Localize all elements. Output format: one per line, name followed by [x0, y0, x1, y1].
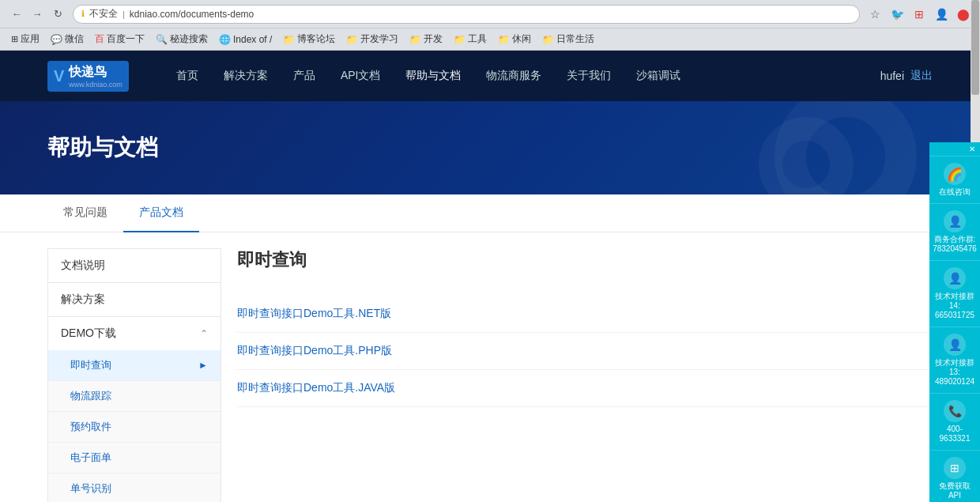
chevron-up-icon: ⌃	[200, 328, 208, 339]
nav-about[interactable]: 关于我们	[567, 62, 611, 89]
nav-product[interactable]: 产品	[293, 62, 315, 89]
leisure-label: 休闲	[512, 32, 531, 46]
tab-faq[interactable]: 常见问题	[47, 194, 123, 232]
sidebar-sub-instant-query[interactable]: 即时查询 ►	[48, 350, 220, 381]
midu-icon: 🔍	[156, 34, 168, 45]
logo-sub: www.kdniao.com	[69, 81, 122, 89]
widget-tech-group2[interactable]: 👤 技术对接群13:489020124	[929, 327, 980, 394]
leisure-icon: 📁	[498, 34, 510, 45]
float-widget: ✕ 🌈 在线咨询 👤 商务合作群:7832045476 👤 技术对接群14:66…	[929, 142, 980, 502]
sidebar-sub-pickup[interactable]: 预约取件	[48, 412, 220, 443]
widget-business-group[interactable]: 👤 商务合作群:7832045476	[929, 204, 980, 261]
refresh-button[interactable]: ↻	[49, 6, 66, 23]
nav-sandbox[interactable]: 沙箱调试	[636, 62, 680, 89]
nav-shop[interactable]: 物流商服务	[486, 62, 541, 89]
logo-text: 快递鸟 www.kdniao.com	[69, 64, 122, 89]
dev-icon: 📁	[409, 34, 421, 45]
sidebar-sub-waybill-id[interactable]: 单号识别	[48, 474, 220, 502]
tab-docs[interactable]: 产品文档	[123, 194, 199, 232]
address-bar[interactable]: ℹ 不安全 | kdniao.com/documents-demo	[73, 5, 860, 24]
tech-group1-label: 技术对接群14:665031725	[933, 292, 977, 320]
sidebar-sub-logistics-track[interactable]: 物流跟踪	[48, 381, 220, 412]
bookmark-dev[interactable]: 📁 开发	[405, 31, 447, 47]
content-link-net: 即时查询接口Demo工具.NET版	[237, 296, 933, 333]
boke-label: 博客论坛	[297, 32, 335, 46]
logo-v-icon: V	[54, 67, 64, 85]
index-label: Index of /	[233, 34, 272, 45]
forward-button[interactable]: →	[28, 6, 46, 23]
sidebar-sub-items: 即时查询 ► 物流跟踪 预约取件 电子面单 单号识别	[48, 350, 220, 502]
account-button[interactable]: 👤	[933, 6, 950, 23]
content-title: 即时查询	[237, 248, 933, 280]
online-consult-label: 在线咨询	[939, 187, 971, 197]
ext3-button[interactable]: ⬤	[955, 6, 972, 23]
nav-home[interactable]: 首页	[176, 62, 198, 89]
nav-solution[interactable]: 解决方案	[224, 62, 268, 89]
sidebar-sub-ewaybill[interactable]: 电子面单	[48, 443, 220, 474]
index-icon: 🌐	[219, 34, 231, 45]
midu-label: 秘迹搜索	[170, 32, 208, 46]
bookmark-kaifa[interactable]: 📁 开发学习	[341, 31, 403, 47]
sidebar-item-solution[interactable]: 解决方案	[48, 283, 220, 317]
bookmark-index[interactable]: 🌐 Index of /	[214, 32, 277, 47]
bookmark-midu[interactable]: 🔍 秘迹搜索	[151, 31, 213, 47]
nav-api[interactable]: API文档	[341, 62, 381, 89]
site-header: V 快递鸟 www.kdniao.com 首页 解决方案 产品 API文档 帮助…	[0, 51, 980, 101]
nav-help[interactable]: 帮助与文档	[405, 62, 461, 89]
close-icon: ✕	[969, 145, 975, 153]
weixin-icon: 💬	[51, 34, 62, 45]
widget-close-button[interactable]: ✕	[929, 142, 980, 157]
address-text: kdniao.com/documents-demo	[130, 9, 254, 20]
sub-arrow-icon: ►	[198, 360, 208, 371]
security-icon: ℹ	[81, 9, 85, 19]
net-demo-link[interactable]: 即时查询接口Demo工具.NET版	[237, 307, 391, 321]
browser-actions: ☆ 🐦 ⊞ 👤 ⬤	[866, 6, 972, 23]
widget-phone[interactable]: 📞 400-9633321	[929, 394, 980, 451]
scrollbar-thumb[interactable]	[971, 0, 979, 95]
widget-tech-group1[interactable]: 👤 技术对接群14:665031725	[929, 261, 980, 327]
content-area: 即时查询 即时查询接口Demo工具.NET版 即时查询接口Demo工具.PHP版…	[237, 248, 933, 502]
baidu-label: 百度一下	[107, 32, 145, 46]
phone-icon: 📞	[944, 400, 966, 422]
pickup-label: 预约取件	[70, 420, 111, 434]
security-label: 不安全	[89, 7, 118, 21]
content-link-java: 即时查询接口Demo工具.JAVA版	[237, 370, 933, 407]
bookmark-tools[interactable]: 📁 工具	[449, 31, 492, 47]
phone-label: 400-9633321	[933, 425, 977, 443]
bookmark-daily[interactable]: 📁 日常生活	[537, 31, 599, 47]
sidebar-item-docs-desc[interactable]: 文档说明	[48, 249, 220, 283]
bookmark-apps[interactable]: ⊞ 应用	[6, 31, 44, 47]
tools-label: 工具	[468, 32, 487, 46]
ext1-button[interactable]: 🐦	[888, 6, 906, 23]
page-wrapper: V 快递鸟 www.kdniao.com 首页 解决方案 产品 API文档 帮助…	[0, 51, 980, 502]
boke-icon: 📁	[283, 34, 295, 45]
content-link-php: 即时查询接口Demo工具.PHP版	[237, 333, 933, 370]
instant-query-label: 即时查询	[70, 358, 111, 372]
baidu-icon: 百	[95, 32, 104, 46]
bookmark-baidu[interactable]: 百 百度一下	[90, 31, 149, 47]
logo-box: V 快递鸟 www.kdniao.com	[47, 61, 129, 92]
tech-group2-label: 技术对接群13:489020124	[933, 358, 977, 387]
sidebar-docs-desc-label: 文档说明	[61, 259, 105, 273]
sidebar: 文档说明 解决方案 DEMO下载 ⌃ 即时查询 ►	[47, 248, 221, 502]
browser-nav-buttons: ← → ↻	[8, 6, 66, 23]
bookmark-boke[interactable]: 📁 博客论坛	[278, 31, 340, 47]
tech-group1-icon: 👤	[944, 267, 966, 289]
business-group-label: 商务合作群:7832045476	[933, 235, 977, 254]
sidebar-demo-header[interactable]: DEMO下载 ⌃	[48, 317, 220, 350]
bookmark-weixin[interactable]: 💬 微信	[46, 31, 89, 47]
kaifa-icon: 📁	[346, 34, 358, 45]
php-demo-link[interactable]: 即时查询接口Demo工具.PHP版	[237, 344, 392, 358]
star-button[interactable]: ☆	[866, 6, 884, 23]
sidebar-section: 文档说明 解决方案 DEMO下载 ⌃ 即时查询 ►	[47, 248, 221, 502]
java-demo-link[interactable]: 即时查询接口Demo工具.JAVA版	[237, 381, 395, 395]
user-name: hufei	[880, 70, 904, 82]
ext2-button[interactable]: ⊞	[910, 6, 928, 23]
widget-online-consult[interactable]: 🌈 在线咨询	[929, 157, 980, 204]
logout-button[interactable]: 退出	[910, 69, 933, 83]
tools-icon: 📁	[454, 34, 466, 45]
bookmark-leisure[interactable]: 📁 休闲	[493, 31, 536, 47]
ewaybill-label: 电子面单	[70, 451, 111, 465]
widget-free-api[interactable]: ⊞ 免费获取API	[929, 451, 980, 502]
back-button[interactable]: ←	[8, 6, 25, 23]
